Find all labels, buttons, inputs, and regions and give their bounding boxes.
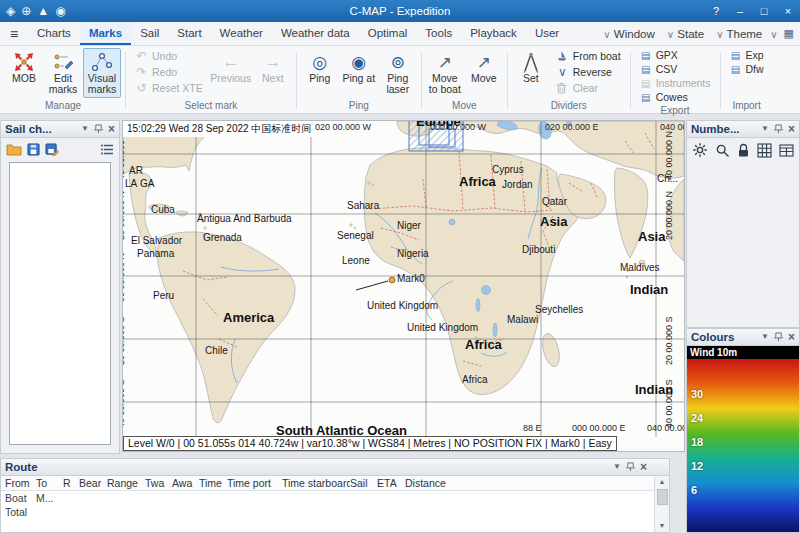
export-gpx-button[interactable]: ▤GPX	[635, 48, 716, 62]
close-button[interactable]: ×	[776, 0, 800, 22]
scroll-down-button[interactable]: ▼	[659, 520, 666, 532]
ping-button[interactable]: ◎ Ping	[301, 48, 339, 86]
clear-button[interactable]: Clear	[551, 80, 626, 96]
export-instruments-button[interactable]: ▤Instruments	[635, 76, 716, 90]
close-icon[interactable]: ×	[108, 123, 115, 135]
reset-xte-button[interactable]: ↺ Reset XTE	[130, 80, 208, 96]
app-menu-button[interactable]: ≡	[0, 26, 28, 42]
scroll-up-button[interactable]: ▲	[659, 476, 666, 488]
route-col-to[interactable]: To	[36, 477, 63, 489]
search-icon[interactable]	[715, 143, 730, 158]
scroll-thumb[interactable]	[657, 489, 668, 505]
import-dfw-button[interactable]: ▤Dfw	[725, 62, 769, 76]
tab-weather[interactable]: Weather	[211, 22, 272, 45]
route-col-sail[interactable]: Sail	[350, 477, 377, 489]
menu-window[interactable]: ∨ Window	[603, 28, 654, 40]
next-mark-button[interactable]: → Next	[254, 48, 292, 86]
grid-icon[interactable]	[757, 143, 772, 158]
tab-optimal[interactable]: Optimal	[359, 22, 417, 45]
lock-icon[interactable]	[737, 143, 750, 158]
pin-icon[interactable]	[626, 462, 635, 472]
redo-button[interactable]: ↷ Redo	[130, 64, 208, 80]
tab-user[interactable]: User	[526, 22, 568, 45]
mob-button[interactable]: MOB	[5, 48, 43, 86]
quick-access-icon-3[interactable]: ▲	[37, 0, 49, 22]
layout-icon[interactable]: ▦	[784, 27, 800, 40]
route-col-eta[interactable]: ETA	[377, 477, 405, 489]
file-icon: ▤	[640, 92, 652, 103]
tab-tools[interactable]: Tools	[416, 22, 461, 45]
dropdown-icon[interactable]: ▼	[613, 463, 621, 471]
close-icon[interactable]: ×	[788, 123, 795, 135]
maximize-button[interactable]: □	[752, 0, 776, 22]
dropdown-icon[interactable]: ▼	[81, 125, 89, 133]
table-icon[interactable]	[779, 144, 794, 157]
route-scrollbar[interactable]: ▲ ▼	[654, 476, 669, 532]
export-csv-button[interactable]: ▤CSV	[635, 62, 716, 76]
save-icon[interactable]	[27, 143, 40, 156]
set-dividers-button[interactable]: Set	[512, 48, 550, 86]
route-col-time-port[interactable]: Time port	[227, 477, 282, 489]
ping-at-button[interactable]: ◉ Ping at	[340, 48, 378, 86]
route-row[interactable]: BoatM...	[1, 491, 669, 505]
help-button[interactable]: ?	[704, 0, 728, 22]
tab-start[interactable]: Start	[168, 22, 210, 45]
edit-marks-button[interactable]: Edit marks	[44, 48, 82, 98]
gear-icon[interactable]	[692, 142, 708, 158]
quick-access-icon-2[interactable]: ⊕	[21, 0, 31, 22]
tab-playback[interactable]: Playback	[461, 22, 526, 45]
ribbon-collapse-button[interactable]: ∨	[770, 28, 783, 40]
dropdown-icon[interactable]: ▼	[761, 333, 769, 341]
dividers-icon	[521, 51, 541, 73]
route-col-bear[interactable]: Bear	[79, 477, 107, 489]
menu-state[interactable]: ∨ State	[667, 28, 704, 40]
route-row[interactable]: Total	[1, 505, 669, 519]
move-button[interactable]: ↗ Move	[465, 48, 503, 86]
close-icon[interactable]: ×	[788, 331, 795, 343]
import-exp-button[interactable]: ▤Exp	[725, 48, 769, 62]
from-boat-button[interactable]: From boat	[551, 48, 626, 64]
ping-at-icon: ◉	[351, 51, 366, 73]
numbers-panel-body	[687, 162, 799, 327]
sail-charts-list[interactable]	[9, 162, 111, 445]
quick-access-icon-4[interactable]: ◉	[55, 0, 65, 22]
close-icon[interactable]: ×	[640, 461, 647, 473]
route-col-from[interactable]: From	[5, 477, 36, 489]
panel-title-text: Colours	[691, 331, 734, 343]
pin-icon[interactable]	[774, 124, 783, 134]
reverse-button[interactable]: ∨ Reverse	[551, 64, 626, 80]
list-icon[interactable]	[101, 144, 114, 155]
tab-marks[interactable]: Marks	[80, 22, 131, 45]
pin-icon[interactable]	[94, 124, 103, 134]
colour-scale-tick: 30	[691, 388, 703, 400]
grid-coordinate-label: 20 00.000 N	[664, 191, 674, 240]
grid-coordinate-label: 020 00.000 W	[315, 122, 371, 132]
tabbar-right-menus: ∨ Window∨ State∨ Theme	[603, 28, 770, 40]
export-cowes-button[interactable]: ▤Cowes	[635, 90, 716, 104]
previous-mark-button[interactable]: ← Previous	[209, 48, 253, 86]
quick-access-icon-1[interactable]: ◈	[6, 0, 15, 22]
move-to-boat-button[interactable]: ↗ Move to boat	[426, 48, 464, 98]
ping-laser-button[interactable]: ⊚ Ping laser	[379, 48, 417, 98]
next-label: Next	[262, 73, 284, 84]
route-col-range[interactable]: Range	[107, 477, 145, 489]
route-col-r[interactable]: R	[63, 477, 79, 489]
tab-sail[interactable]: Sail	[131, 22, 168, 45]
route-col-time-starboard[interactable]: Time starboard	[282, 477, 350, 489]
route-col-distance[interactable]: Distance	[405, 477, 455, 489]
open-folder-icon[interactable]	[6, 143, 22, 156]
save-edit-icon[interactable]	[45, 143, 59, 156]
tab-charts[interactable]: Charts	[28, 22, 80, 45]
chart-view[interactable]: EuropeARLAGACubaAntigua And BarbudaGrena…	[122, 120, 685, 452]
dropdown-icon[interactable]: ▼	[761, 125, 769, 133]
undo-button[interactable]: ↶ Undo	[130, 48, 208, 64]
redo-icon: ↷	[135, 65, 148, 79]
tab-weather-data[interactable]: Weather data	[272, 22, 359, 45]
minimize-button[interactable]: –	[728, 0, 752, 22]
visual-marks-button[interactable]: Visual marks	[83, 48, 121, 98]
route-col-time[interactable]: Time	[199, 477, 227, 489]
pin-icon[interactable]	[774, 332, 783, 342]
route-col-twa[interactable]: Twa	[145, 477, 172, 489]
route-col-awa[interactable]: Awa	[172, 477, 199, 489]
menu-theme[interactable]: ∨ Theme	[716, 28, 762, 40]
